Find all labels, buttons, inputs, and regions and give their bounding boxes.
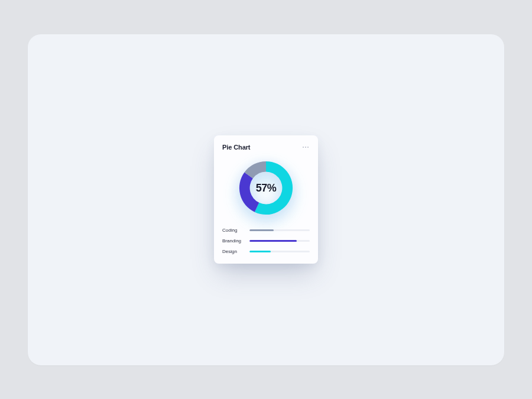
legend-bar-fill bbox=[249, 240, 297, 242]
pie-chart-card: Pie Chart 57% CodingBrandingDesign bbox=[214, 135, 318, 264]
legend-bar-fill bbox=[249, 251, 271, 252]
legend-row-branding: Branding bbox=[222, 238, 310, 244]
legend-label: Coding bbox=[222, 228, 245, 233]
legend-row-design: Design bbox=[222, 249, 310, 254]
card-title: Pie Chart bbox=[222, 144, 250, 151]
legend-row-coding: Coding bbox=[222, 228, 310, 233]
canvas-surface: Pie Chart 57% CodingBrandingDesign bbox=[28, 34, 504, 365]
legend: CodingBrandingDesign bbox=[222, 228, 310, 254]
legend-bar-track bbox=[249, 229, 310, 231]
legend-bar-track bbox=[249, 240, 310, 242]
donut-center-value: 57% bbox=[256, 182, 277, 194]
legend-bar-track bbox=[249, 251, 310, 252]
donut-chart: 57% bbox=[222, 159, 310, 217]
legend-label: Branding bbox=[222, 238, 245, 244]
card-header: Pie Chart bbox=[222, 144, 310, 151]
legend-label: Design bbox=[222, 249, 245, 254]
more-options-icon[interactable] bbox=[301, 145, 310, 149]
legend-bar-fill bbox=[249, 229, 274, 231]
